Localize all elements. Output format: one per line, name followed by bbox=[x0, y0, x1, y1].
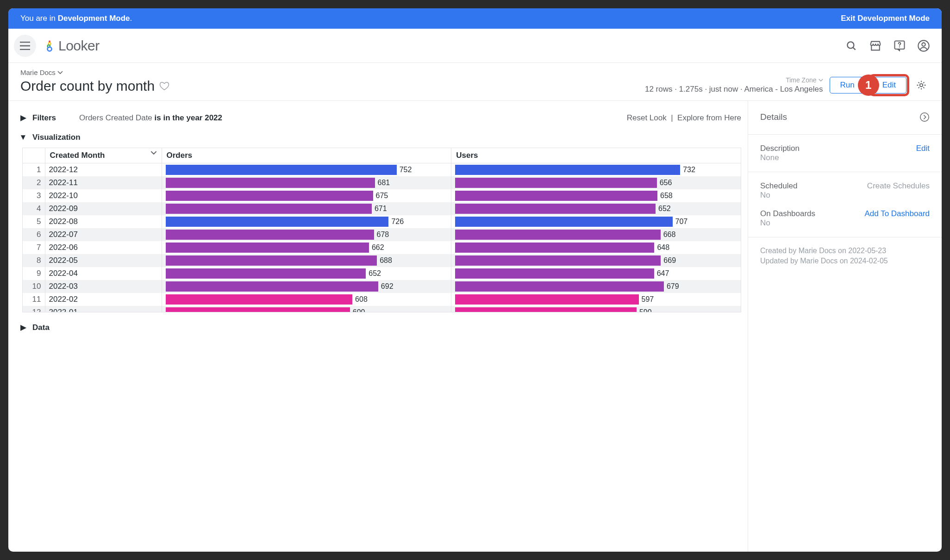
bar bbox=[166, 281, 378, 292]
bar bbox=[455, 191, 657, 201]
dev-mode-suffix: . bbox=[130, 14, 132, 23]
bar-value: 671 bbox=[375, 205, 387, 213]
created-month-cell: 2022-07 bbox=[45, 228, 162, 241]
data-label: Data bbox=[32, 323, 50, 332]
orders-bar-cell: 726 bbox=[162, 215, 451, 228]
scheduled-label: Scheduled bbox=[760, 181, 797, 191]
created-by-text: Created by Marie Docs on 2022-05-23 bbox=[760, 246, 930, 256]
orders-bar-cell: 752 bbox=[162, 163, 451, 177]
help-button[interactable] bbox=[890, 36, 909, 56]
chevron-down-icon bbox=[150, 151, 157, 155]
chevron-down-icon bbox=[819, 79, 823, 82]
table-row: 52022-08726707 bbox=[23, 215, 741, 228]
bar bbox=[166, 243, 369, 253]
svg-point-3 bbox=[47, 47, 51, 51]
reset-look-link[interactable]: Reset Look bbox=[627, 113, 667, 122]
dev-mode-prefix: You are in bbox=[20, 14, 58, 23]
time-zone-dropdown[interactable]: Time Zone bbox=[786, 76, 823, 84]
created-month-cell: 2022-02 bbox=[45, 293, 162, 306]
dev-mode-banner: You are in Development Mode. Exit Develo… bbox=[8, 8, 942, 29]
description-label: Description bbox=[760, 144, 800, 153]
create-schedules-link[interactable]: Create Schedules bbox=[867, 181, 930, 191]
users-bar-cell: 707 bbox=[451, 215, 741, 228]
description-value: None bbox=[760, 153, 800, 162]
created-month-cell: 2022-04 bbox=[45, 267, 162, 280]
bar-value: 732 bbox=[683, 166, 695, 174]
data-section-header[interactable]: ▶ Data bbox=[20, 323, 741, 332]
bar-value: 688 bbox=[380, 256, 392, 265]
table-row: 82022-05688669 bbox=[23, 254, 741, 267]
svg-point-6 bbox=[899, 46, 900, 47]
orders-bar-cell: 600 bbox=[162, 306, 451, 312]
row-number: 7 bbox=[23, 241, 45, 254]
rownum-header bbox=[23, 148, 45, 163]
bar bbox=[455, 217, 672, 227]
expand-panel-button[interactable] bbox=[919, 112, 930, 122]
users-bar-cell: 658 bbox=[451, 189, 741, 202]
visualization-label: Visualization bbox=[32, 133, 81, 142]
look-settings-button[interactable] bbox=[913, 77, 930, 93]
edit-description-link[interactable]: Edit bbox=[916, 144, 930, 153]
row-number: 1 bbox=[23, 163, 45, 177]
created-month-cell: 2022-10 bbox=[45, 189, 162, 202]
users-bar-cell: 656 bbox=[451, 176, 741, 189]
account-button[interactable] bbox=[914, 36, 933, 56]
run-button[interactable]: Run bbox=[830, 77, 865, 93]
bar-value: 647 bbox=[657, 269, 669, 278]
users-bar-cell: 652 bbox=[451, 202, 741, 215]
orders-bar-cell: 678 bbox=[162, 228, 451, 241]
add-to-dashboard-link[interactable]: Add To Dashboard bbox=[864, 209, 930, 218]
breadcrumb[interactable]: Marie Docs bbox=[20, 68, 169, 76]
bar-value: 648 bbox=[657, 243, 669, 252]
row-number: 5 bbox=[23, 215, 45, 228]
bar bbox=[166, 230, 374, 240]
looker-logo[interactable]: Looker bbox=[44, 38, 100, 54]
dev-mode-bold: Development Mode bbox=[58, 14, 130, 23]
caret-down-icon: ▼ bbox=[20, 133, 26, 142]
app-toolbar: Looker bbox=[8, 29, 942, 63]
bar-value: 675 bbox=[376, 192, 388, 200]
table-scroll[interactable]: Created Month Orders Users 12022-1 bbox=[23, 148, 741, 312]
bar bbox=[455, 243, 654, 253]
page-title-text: Order count by month bbox=[20, 78, 155, 94]
table-row: 42022-09671652 bbox=[23, 202, 741, 215]
users-header[interactable]: Users bbox=[451, 148, 741, 163]
created-month-cell: 2022-08 bbox=[45, 215, 162, 228]
edit-button-label: Edit bbox=[882, 81, 896, 89]
created-month-header[interactable]: Created Month bbox=[45, 148, 162, 163]
main-menu-button[interactable] bbox=[14, 35, 36, 57]
bar-value: 707 bbox=[675, 218, 688, 226]
svg-point-10 bbox=[920, 113, 929, 121]
table-row: 122022-01600590 bbox=[23, 306, 741, 312]
row-number: 4 bbox=[23, 202, 45, 215]
table-row: 102022-03692679 bbox=[23, 280, 741, 293]
search-button[interactable] bbox=[842, 36, 861, 56]
bar bbox=[455, 204, 656, 214]
edit-button[interactable]: Edit bbox=[872, 77, 906, 93]
hamburger-icon bbox=[20, 42, 30, 50]
row-number: 9 bbox=[23, 267, 45, 280]
created-month-cell: 2022-06 bbox=[45, 241, 162, 254]
content-area: ▶ Filters Orders Created Date is in the … bbox=[8, 101, 942, 552]
filters-section-header[interactable]: ▶ Filters Orders Created Date is in the … bbox=[20, 113, 741, 123]
created-month-cell: 2022-03 bbox=[45, 280, 162, 293]
marketplace-button[interactable] bbox=[866, 36, 885, 56]
orders-header[interactable]: Orders bbox=[162, 148, 451, 163]
orders-bar-cell: 662 bbox=[162, 241, 451, 254]
search-icon bbox=[845, 40, 857, 52]
bar bbox=[455, 307, 637, 312]
bar bbox=[455, 268, 654, 279]
table-row: 12022-12752732 bbox=[23, 163, 741, 177]
scheduled-row: Scheduled No Create Schedules bbox=[760, 181, 930, 200]
bar bbox=[455, 178, 656, 188]
created-month-cell: 2022-12 bbox=[45, 163, 162, 177]
looker-logo-text: Looker bbox=[58, 38, 100, 54]
exit-dev-mode-link[interactable]: Exit Development Mode bbox=[841, 14, 930, 23]
updated-by-text: Updated by Marie Docs on 2024-02-05 bbox=[760, 256, 930, 266]
favorite-icon[interactable] bbox=[159, 81, 169, 91]
dashboards-label: On Dashboards bbox=[760, 209, 815, 218]
visualization-section-header[interactable]: ▼ Visualization bbox=[20, 133, 741, 142]
chevron-down-icon bbox=[57, 71, 63, 75]
explore-from-here-link[interactable]: Explore from Here bbox=[677, 113, 741, 122]
users-bar-cell: 668 bbox=[451, 228, 741, 241]
